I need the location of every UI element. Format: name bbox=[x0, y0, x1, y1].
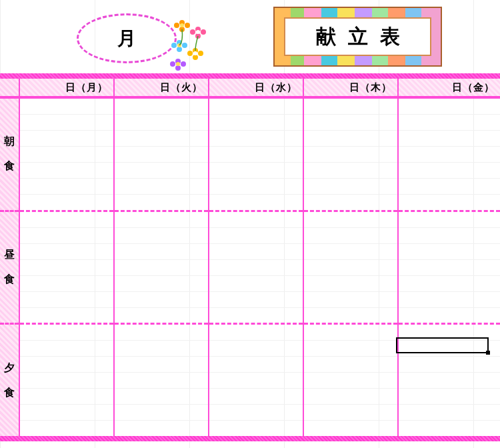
svg-point-13 bbox=[182, 43, 187, 48]
day-header-row: 日（月） 日（火） 日（水） 日（木） 日（金） bbox=[0, 79, 500, 96]
month-label: 月 bbox=[117, 26, 136, 51]
meal-label-lunch: 昼 食 bbox=[0, 212, 19, 323]
title-text: 献立表 bbox=[284, 17, 431, 56]
svg-point-21 bbox=[170, 61, 175, 67]
pink-border-top bbox=[0, 73, 500, 79]
svg-point-4 bbox=[180, 23, 184, 27]
svg-point-3 bbox=[185, 23, 190, 28]
body-area: 朝 食 昼 食 夕 食 bbox=[0, 99, 500, 436]
svg-point-22 bbox=[175, 65, 181, 71]
svg-point-16 bbox=[187, 51, 193, 56]
cell-thu-lunch[interactable] bbox=[304, 210, 397, 323]
flowers-decoration bbox=[170, 15, 210, 71]
col-fri bbox=[399, 99, 500, 436]
svg-point-19 bbox=[193, 51, 197, 55]
day-header-wed[interactable]: 日（水） bbox=[209, 79, 304, 96]
svg-point-11 bbox=[171, 43, 177, 48]
svg-point-24 bbox=[176, 62, 180, 66]
meal-labels-column: 朝 食 昼 食 夕 食 bbox=[0, 99, 20, 436]
cell-tue-breakfast[interactable] bbox=[115, 99, 208, 210]
menu-plan-sheet: 月 献立表 日（月） 日（火） 日（水） 日（木） bbox=[0, 0, 500, 448]
day-header-thu[interactable]: 日（木） bbox=[304, 79, 399, 96]
day-header-fri[interactable]: 日（金） bbox=[399, 79, 500, 96]
cell-tue-lunch[interactable] bbox=[115, 210, 208, 323]
body-columns bbox=[20, 99, 500, 436]
svg-point-12 bbox=[177, 47, 182, 52]
svg-point-9 bbox=[196, 30, 200, 34]
day-header-tue[interactable]: 日（火） bbox=[115, 79, 209, 96]
month-oval[interactable]: 月 bbox=[77, 13, 177, 63]
cell-wed-breakfast[interactable] bbox=[209, 99, 303, 210]
header-area: 月 献立表 bbox=[0, 0, 500, 73]
cell-tue-dinner[interactable] bbox=[115, 323, 208, 436]
pink-border-bottom bbox=[0, 436, 500, 441]
meal-label-breakfast: 朝 食 bbox=[0, 99, 19, 210]
col-tue bbox=[115, 99, 209, 436]
cell-fri-lunch[interactable] bbox=[399, 210, 500, 323]
cell-fri-dinner[interactable] bbox=[399, 323, 500, 436]
cell-wed-dinner[interactable] bbox=[209, 323, 303, 436]
svg-point-17 bbox=[193, 55, 198, 60]
meal-label-dinner: 夕 食 bbox=[0, 325, 19, 436]
cell-mon-breakfast[interactable] bbox=[20, 99, 113, 210]
row-stub bbox=[0, 79, 20, 96]
title-frame: 献立表 bbox=[273, 7, 442, 67]
svg-point-1 bbox=[174, 23, 179, 28]
cell-thu-breakfast[interactable] bbox=[304, 99, 397, 210]
col-thu bbox=[304, 99, 399, 436]
svg-point-6 bbox=[190, 29, 195, 35]
svg-point-18 bbox=[198, 51, 203, 56]
col-mon bbox=[20, 99, 115, 436]
cell-fri-breakfast[interactable] bbox=[399, 99, 500, 210]
col-wed bbox=[209, 99, 304, 436]
cell-mon-lunch[interactable] bbox=[20, 210, 113, 323]
cell-thu-dinner[interactable] bbox=[304, 323, 397, 436]
cell-mon-dinner[interactable] bbox=[20, 323, 113, 436]
day-header-mon[interactable]: 日（月） bbox=[20, 79, 115, 96]
cell-wed-lunch[interactable] bbox=[209, 210, 303, 323]
svg-point-8 bbox=[201, 29, 206, 35]
svg-point-23 bbox=[181, 61, 186, 67]
